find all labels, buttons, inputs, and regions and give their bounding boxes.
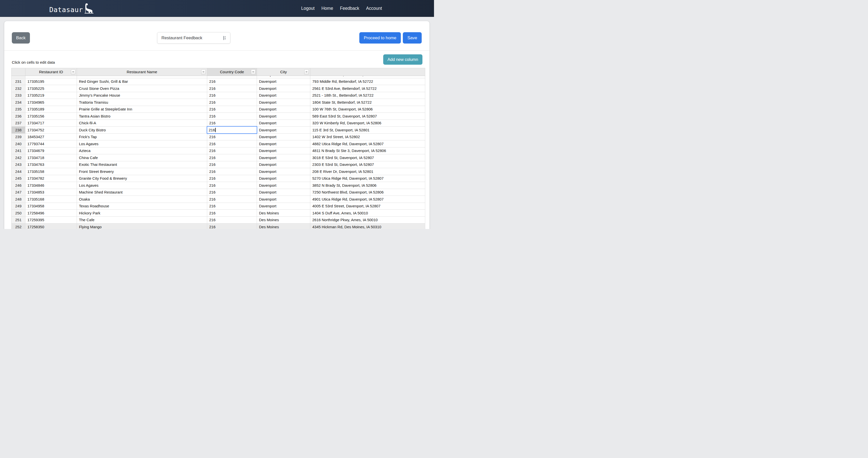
row-number[interactable]: 244 xyxy=(11,168,25,175)
cell-country-code[interactable]: 216 xyxy=(207,85,257,92)
filter-button-country[interactable] xyxy=(251,69,255,75)
cell-restaurant-id[interactable]: 17335225 xyxy=(25,85,77,92)
cell-restaurant-id[interactable]: 17335156 xyxy=(25,113,77,120)
row-number[interactable]: 230 xyxy=(11,76,25,78)
cell-city[interactable]: Davenport xyxy=(257,154,310,161)
proceed-to-home-button[interactable]: Proceed to home xyxy=(359,32,401,44)
cell-country-code[interactable]: 216 xyxy=(207,140,257,147)
cell-address[interactable]: 4345 Hickman Rd, Des Moines, IA 50310 xyxy=(310,224,425,229)
cell-address[interactable]: 2616 Northridge Pkwy, Ames, IA 50010 xyxy=(310,217,425,224)
cell-restaurant-name[interactable]: Flying Mango xyxy=(77,224,207,229)
cell-restaurant-id[interactable]: 17334679 xyxy=(25,147,77,154)
cell-restaurant-name[interactable]: Front Street Brewery xyxy=(77,168,207,175)
row-number[interactable]: 240 xyxy=(11,140,25,147)
cell-address[interactable]: 1804 State St, Bettendorf, IA 52722 xyxy=(310,99,425,106)
row-number[interactable]: 249 xyxy=(11,203,25,210)
row-number[interactable]: 241 xyxy=(11,147,25,154)
cell-city[interactable]: Davenport xyxy=(257,85,310,92)
cell-address[interactable]: 5270 Utica Ridge Rd, Davenport, IA 52807 xyxy=(310,175,425,182)
cell-city[interactable]: Davenport xyxy=(257,140,310,147)
cell-city[interactable]: Davenport xyxy=(257,196,310,203)
cell-address[interactable]: 2561 E 53rd Ave, Bettendorf, IA 52722 xyxy=(310,85,425,92)
cell-country-code[interactable]: 216 xyxy=(207,224,257,229)
cell-address[interactable]: 589 East 53rd St, Davenport, IA 52807 xyxy=(310,113,425,120)
cell-restaurant-name[interactable]: Osaka xyxy=(77,196,207,203)
cell-restaurant-id[interactable]: 17334846 xyxy=(25,182,77,189)
cell-restaurant-name[interactable]: Olive Tree Cafe xyxy=(77,76,207,78)
cell-restaurant-id[interactable]: 17334752 xyxy=(25,126,77,134)
cell-country-code[interactable]: 216 xyxy=(207,92,257,99)
row-number[interactable]: 246 xyxy=(11,182,25,189)
cell-restaurant-name[interactable]: Crust Stone Oven Pizza xyxy=(77,85,207,92)
nav-link-feedback[interactable]: Feedback xyxy=(340,6,359,11)
row-number[interactable]: 238 xyxy=(11,126,25,134)
cell-city[interactable]: Davenport xyxy=(257,106,310,113)
row-number[interactable]: 250 xyxy=(11,210,25,217)
cell-restaurant-name[interactable]: China Cafe xyxy=(77,154,207,161)
cell-restaurant-name[interactable]: Hickory Park xyxy=(77,210,207,217)
row-number[interactable]: 242 xyxy=(11,154,25,161)
row-number[interactable]: 245 xyxy=(11,175,25,182)
cell-restaurant-id[interactable]: 17335219 xyxy=(25,92,77,99)
cell-restaurant-id[interactable]: 17334958 xyxy=(25,203,77,210)
cell-city[interactable]: Davenport xyxy=(257,134,310,141)
cell-restaurant-name[interactable]: Exotic Thai Restaurant xyxy=(77,161,207,168)
cell-restaurant-id[interactable]: 17259395 xyxy=(25,217,77,224)
cell-city[interactable]: Davenport xyxy=(257,147,310,154)
brand[interactable]: Datasaur xyxy=(49,2,95,15)
cell-restaurant-id[interactable]: 17334717 xyxy=(25,120,77,127)
cell-restaurant-name[interactable]: Red Ginger Sushi, Grill & Bar xyxy=(77,78,207,85)
cell-country-code[interactable]: 216 xyxy=(207,126,257,134)
cell-address[interactable]: 793 Middle Rd, Bettendorf, IA 52722 xyxy=(310,78,425,85)
back-button[interactable]: Back xyxy=(12,32,30,44)
cell-country-code[interactable]: 216 xyxy=(207,106,257,113)
cell-restaurant-name[interactable]: Frick's Tap xyxy=(77,134,207,141)
row-number[interactable]: 236 xyxy=(11,113,25,120)
cell-restaurant-id[interactable]: 17793744 xyxy=(25,140,77,147)
cell-address[interactable]: 3852 N Brady St, Davenport, IA 52806 xyxy=(310,182,425,189)
cell-city[interactable]: Des Moines xyxy=(257,217,310,224)
cell-restaurant-id[interactable]: 17335158 xyxy=(25,168,77,175)
cell-city[interactable]: Des Moines xyxy=(257,210,310,217)
cell-restaurant-name[interactable]: Los Agaves xyxy=(77,140,207,147)
cell-address[interactable]: 115 E 3rd St, Davenport, IA 52801 xyxy=(310,126,425,134)
cell-city[interactable]: Davenport xyxy=(257,175,310,182)
cell-country-code[interactable]: 216 xyxy=(207,147,257,154)
row-number[interactable]: 251 xyxy=(11,217,25,224)
cell-address[interactable]: 4005 E 53rd Street, Davenport, IA 52807 xyxy=(310,203,425,210)
cell-country-code[interactable]: 216 xyxy=(207,182,257,189)
cell-restaurant-name[interactable]: Prairie Grille at SteepleGate Inn xyxy=(77,106,207,113)
cell-city[interactable]: Davenport xyxy=(257,189,310,196)
save-button[interactable]: Save xyxy=(403,32,422,44)
cell-country-code[interactable]: 216 xyxy=(207,161,257,168)
cell-restaurant-name[interactable]: Trattoria Tiramisu xyxy=(77,99,207,106)
cell-city[interactable]: Davenport xyxy=(257,120,310,127)
cell-restaurant-id[interactable]: 17335189 xyxy=(25,106,77,113)
row-number[interactable]: 252 xyxy=(11,224,25,229)
cell-city[interactable]: Davenport xyxy=(257,113,310,120)
cell-country-code[interactable]: 216 xyxy=(207,99,257,106)
cell-restaurant-name[interactable]: Chick-fil-A xyxy=(77,120,207,127)
cell-restaurant-name[interactable]: Jimmy's Pancake House xyxy=(77,92,207,99)
cell-address[interactable]: 4882 Utica Ridge Rd, Davenport, IA 52807 xyxy=(310,140,425,147)
cell-restaurant-id[interactable]: 17335173 xyxy=(25,76,77,78)
cell-address[interactable]: 208 E River Dr, Davenport, IA 52801 xyxy=(310,168,425,175)
row-number[interactable]: 231 xyxy=(11,78,25,85)
cell-address[interactable]: 100 W 76th St, Davenport, IA 52806 xyxy=(310,106,425,113)
cell-country-code[interactable]: 216 xyxy=(207,196,257,203)
nav-link-home[interactable]: Home xyxy=(321,6,333,11)
nav-link-logout[interactable]: Logout xyxy=(301,6,315,11)
cell-restaurant-id[interactable]: 18453427 xyxy=(25,134,77,141)
cell-editor[interactable]: 216 xyxy=(207,126,257,134)
cell-city[interactable]: Des Moines xyxy=(257,224,310,229)
cell-country-code[interactable]: 216 xyxy=(207,120,257,127)
row-number[interactable]: 243 xyxy=(11,161,25,168)
cell-city[interactable]: Davenport xyxy=(257,182,310,189)
cell-restaurant-id[interactable]: 17335168 xyxy=(25,196,77,203)
cell-restaurant-name[interactable]: Los Agaves xyxy=(77,182,207,189)
cell-country-code[interactable]: 216 xyxy=(207,203,257,210)
cell-restaurant-name[interactable]: The Cafe xyxy=(77,217,207,224)
grid-body-viewport[interactable]: 23017335173Olive Tree Cafe216Davenport25… xyxy=(11,76,425,229)
cell-restaurant-id[interactable]: 17334763 xyxy=(25,161,77,168)
cell-restaurant-id[interactable]: 17334965 xyxy=(25,99,77,106)
